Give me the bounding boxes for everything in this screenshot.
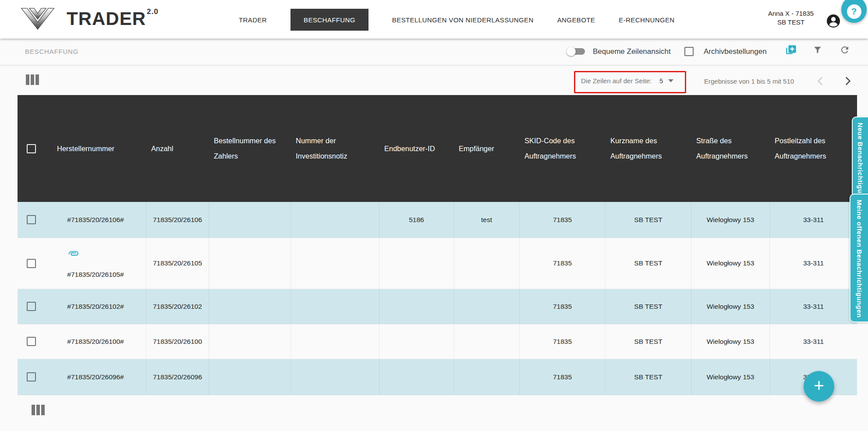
column-settings-icon[interactable] — [26, 74, 39, 85]
cell-empfaenger — [454, 238, 520, 289]
brand-name: TRADER2.0 — [67, 8, 159, 29]
toggle-knob — [567, 47, 576, 56]
row-checkbox[interactable] — [27, 337, 36, 346]
open-notifications-label: Meine offenen Benachrichtigungen — [856, 194, 863, 321]
archive-orders-checkbox[interactable] — [684, 47, 694, 56]
cell-postleitzahl: 33-311 — [770, 289, 857, 324]
refresh-icon[interactable] — [840, 45, 850, 55]
cell-kurzname: SB TEST — [606, 289, 691, 324]
account-icon[interactable] — [825, 13, 841, 29]
chevron-down-icon — [668, 79, 673, 82]
next-page-icon[interactable] — [842, 75, 853, 87]
archive-orders-label: Archivbestellungen — [704, 47, 767, 56]
cell-postleitzahl: 33-311 — [770, 238, 857, 289]
row-checkbox[interactable] — [27, 215, 36, 224]
cell-investitionsnotiz — [291, 289, 379, 324]
row-checkbox[interactable] — [27, 372, 36, 382]
rows-per-page-label: Die Zeilen auf der Seite: — [581, 77, 652, 85]
cell-anzahl: 71835/20/26100 — [146, 324, 209, 359]
cell-strasse: Wielogłowy 153 — [691, 359, 770, 395]
plus-icon: + — [814, 377, 824, 394]
help-button[interactable]: ? — [841, 0, 867, 23]
nav-tab-trader[interactable]: TRADER — [239, 16, 267, 24]
cell-anzahl: 71835/20/26096 — [146, 359, 209, 395]
previous-page-icon[interactable] — [815, 75, 826, 87]
cell-herstellernummer: #71835/20/26106# — [45, 202, 146, 237]
col-header-anzahl[interactable]: Anzahl — [146, 95, 209, 202]
user-company: SB TEST — [760, 18, 822, 27]
cell-empfaenger: test — [454, 202, 520, 237]
cell-herstellernummer: #71835/20/26100# — [45, 324, 146, 359]
cell-postleitzahl: 33-311 — [770, 202, 857, 237]
cell-empfaenger — [454, 324, 520, 359]
table-row[interactable]: #71835/20/26102# 71835/20/26102 71835 SB… — [18, 289, 857, 324]
cell-skid-code: 71835 — [520, 289, 606, 324]
brand-logo[interactable]: TRADER2.0 — [18, 6, 159, 32]
col-header-endbenutzer-id[interactable]: Endbenutzer-ID — [379, 95, 454, 202]
open-notifications-tab[interactable]: Meine offenen Benachrichtigungen — [850, 194, 868, 322]
row-checkbox[interactable] — [27, 302, 36, 311]
user-name: Anna X - 71835 — [760, 9, 822, 18]
cell-strasse: Wielogłowy 153 — [691, 289, 770, 324]
select-all-checkbox[interactable] — [27, 144, 36, 153]
cell-skid-code: 71835 — [520, 324, 606, 359]
col-header-strasse[interactable]: Straße des Auftragnehmers — [691, 95, 770, 202]
cell-postleitzahl: 33-311 — [770, 324, 857, 359]
col-header-skid-code[interactable]: SKID-Code des Auftragnehmers — [520, 95, 606, 202]
cell-strasse: Wielogłowy 153 — [691, 324, 770, 359]
cell-endbenutzer-id — [379, 289, 454, 324]
nav-tab-erechnungen[interactable]: E-RECHNUNGEN — [619, 16, 674, 24]
cell-skid-code: 71835 — [520, 359, 606, 395]
cell-endbenutzer-id — [379, 359, 454, 395]
col-header-empfaenger[interactable]: Empfänger — [454, 95, 520, 202]
comfortable-rows-label: Bequeme Zeilenansicht — [593, 47, 671, 56]
cell-investitionsnotiz — [291, 324, 379, 359]
comfortable-rows-toggle[interactable] — [567, 48, 585, 55]
table-row[interactable]: #71835/20/26100# 71835/20/26100 71835 SB… — [18, 324, 857, 359]
row-checkbox[interactable] — [27, 259, 36, 268]
col-header-kurzname[interactable]: Kurzname des Auftragnehmers — [606, 95, 691, 202]
cell-strasse: Wielogłowy 153 — [691, 238, 770, 289]
trader-app-screen: TRADER2.0 TRADER BESCHAFFUNG BESTELLUNGE… — [0, 0, 868, 431]
table-row[interactable]: #71835/20/26105# 71835/20/26105 71835 SB… — [18, 238, 857, 289]
cell-herstellernummer: #71835/20/26105# — [45, 238, 146, 289]
cell-bestellnummer — [209, 359, 291, 395]
main-nav: TRADER BESCHAFFUNG BESTELLUNGEN VON NIED… — [239, 9, 675, 31]
table-row[interactable]: #71835/20/26106# 71835/20/26106 5186 tes… — [18, 202, 857, 238]
w-logo-icon — [18, 6, 57, 32]
cell-empfaenger — [454, 359, 520, 395]
question-mark-icon: ? — [847, 4, 861, 19]
cell-bestellnummer — [209, 202, 291, 237]
library-add-icon[interactable] — [785, 44, 797, 56]
nav-tab-angebote[interactable]: ANGEBOTE — [557, 16, 595, 24]
rows-per-page-select[interactable]: Die Zeilen auf der Seite: 5 — [581, 77, 673, 85]
cell-anzahl: 71835/20/26105 — [146, 238, 209, 289]
app-bar: TRADER2.0 TRADER BESCHAFFUNG BESTELLUNGE… — [0, 0, 868, 39]
cell-herstellernummer: #71835/20/26096# — [45, 359, 146, 395]
col-header-investitionsnotiz[interactable]: Nummer der Investitionsnotiz — [291, 95, 379, 202]
cell-kurzname: SB TEST — [606, 202, 691, 237]
cell-kurzname: SB TEST — [606, 324, 691, 359]
cell-endbenutzer-id — [379, 238, 454, 289]
add-order-fab[interactable]: + — [804, 371, 834, 402]
new-notifications-tab[interactable]: Neue Benachrichtigungen — [852, 117, 868, 204]
new-notifications-label: Neue Benachrichtigungen — [857, 117, 864, 203]
cell-anzahl: 71835/20/26102 — [146, 289, 209, 324]
page-title: BESCHAFFUNG — [25, 48, 78, 55]
cell-endbenutzer-id: 5186 — [379, 202, 454, 237]
nav-tab-beschaffung[interactable]: BESCHAFFUNG — [291, 9, 368, 31]
orders-table: Herstellernummer Anzahl Bestellnummer de… — [18, 95, 857, 395]
nav-tab-bestellungen[interactable]: BESTELLUNGEN VON NIEDERLASSUNGEN — [392, 16, 534, 24]
col-header-postleitzahl[interactable]: Postleitzahl des Auftragnehmers — [770, 95, 857, 202]
rows-per-page-value: 5 — [659, 77, 663, 85]
col-header-herstellernummer[interactable]: Herstellernummer — [45, 95, 146, 202]
cell-empfaenger — [454, 289, 520, 324]
results-count: Ergebnisse von 1 bis 5 mit 510 — [704, 78, 794, 85]
table-row[interactable]: #71835/20/26096# 71835/20/26096 71835 SB… — [18, 359, 857, 395]
cell-skid-code: 71835 — [520, 238, 606, 289]
cell-endbenutzer-id — [379, 324, 454, 359]
column-settings-icon[interactable] — [32, 405, 45, 415]
filter-icon[interactable] — [813, 45, 822, 55]
col-header-bestellnummer[interactable]: Bestellnummer des Zahlers — [209, 95, 291, 202]
cell-kurzname: SB TEST — [606, 238, 691, 289]
